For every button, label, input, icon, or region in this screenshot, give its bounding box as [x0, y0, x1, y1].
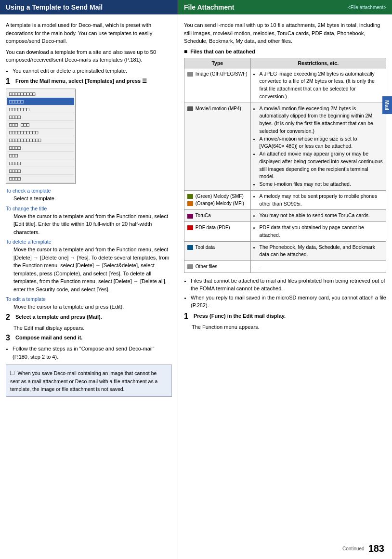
table-header-restrictions: Restrictions, etc. [250, 58, 386, 68]
menu-item-4: □□□ □□□ [7, 121, 74, 129]
movie-icon [187, 106, 193, 111]
restrict-toruca: You may not be able to send some ToruCa … [250, 210, 386, 222]
step-3-row: 3 Compose mail and send it. [6, 334, 172, 342]
menu-item-2: □□□□□□□ [7, 105, 74, 113]
step-1-icon: ☰ [142, 78, 147, 84]
tool-icon [187, 245, 193, 250]
type-pdf: PDF data (PDF) [184, 222, 251, 242]
left-intro-2: You can download a template from a site … [6, 48, 172, 64]
restrict-other: — [250, 261, 386, 273]
step-3-text-bold: Compose mail and send it. [15, 335, 82, 340]
step-3-bullet-1: Follow the same steps as in "Compose and… [13, 345, 172, 361]
check-template-text: Select a template. [13, 195, 172, 203]
change-title-label: To change the title [6, 206, 172, 211]
step-2-text-container: Select a template and press (Mail). [15, 313, 172, 321]
menu-item-5: □□□□□□□□□□ [7, 129, 74, 136]
step-2-text-bold: Select a template and press (Mail). [15, 314, 102, 320]
files-subheader: Files that can be attached [184, 48, 386, 55]
step-3-bullets: Follow the same steps as in "Compose and… [13, 345, 172, 361]
menu-item-9: □□□□ [7, 159, 74, 167]
edit-template-text: Move the cursor to a template and press … [13, 303, 172, 311]
table-row: Other files — [184, 261, 386, 273]
restrict-melody: A melody may not be sent properly to mob… [250, 190, 386, 210]
right-column: File Attachment <File attachment> You ca… [178, 0, 392, 559]
menu-item-0: □□□□□□□□□ [7, 90, 74, 98]
step-1-number: 1 [6, 77, 13, 86]
menu-item-6: □□□□□□□□□□□ [7, 136, 74, 144]
type-toruca: ToruCa [184, 210, 251, 222]
menu-item-3: □□□□ [7, 113, 74, 121]
table-row: (Green) Melody (SMF) (Orange) Melody (MF… [184, 190, 386, 210]
menu-item-8: □□□ [7, 152, 74, 159]
info-box-icon: □ [10, 369, 14, 377]
continued-label: Continued [342, 546, 365, 551]
left-column: Using a Template to Send Mail A template… [0, 0, 178, 559]
left-section-header: Using a Template to Send Mail [0, 0, 178, 14]
menu-item-1: □□□□□ [7, 98, 74, 105]
table-row: ToruCa You may not be able to send some … [184, 210, 386, 222]
table-header-type: Type [184, 58, 251, 68]
type-tool: Tool data [184, 241, 251, 261]
pdf-icon [187, 225, 193, 230]
right-section-header: File Attachment <File attachment> [178, 0, 392, 14]
step-1-text-bold: From the Mail menu, select [Templates] a… [15, 78, 147, 84]
step-3-text-container: Compose mail and send it. [15, 334, 172, 342]
melody-orange-icon [187, 201, 193, 206]
template-menu-image: □□□□□□□□□ □□□□□ □□□□□□□ □□□□ □□□ □□□ □□□… [6, 89, 76, 184]
image-icon [187, 72, 193, 77]
restrict-image: A JPEG image exceeding 2M bytes is autom… [250, 68, 386, 103]
step-1-row: 1 From the Mail menu, select [Templates]… [6, 77, 172, 86]
menu-item-10: □□□□ [7, 167, 74, 175]
page-container: Using a Template to Send Mail A template… [0, 0, 392, 559]
step-2-number: 2 [6, 313, 13, 322]
type-melody: (Green) Melody (SMF) (Orange) Melody (MF… [184, 190, 251, 210]
change-title-text: Move the cursor to a template and from t… [13, 212, 172, 236]
table-row: Movie/i-motion (MP4) A movie/i-motion fi… [184, 103, 386, 190]
right-footer-bullet-2: When you reply to mail saved in the micr… [191, 294, 386, 310]
step-2-row: 2 Select a template and press (Mail). [6, 313, 172, 322]
step-3-number: 3 [6, 334, 13, 342]
right-step-1-text-container: Press (Func) in the Edit mail display. [194, 312, 386, 320]
right-step-1-row: 1 Press (Func) in the Edit mail display. [184, 312, 386, 321]
right-section-sub-tag: <File attachment> [348, 5, 386, 10]
menu-item-11: □□□□ [7, 175, 74, 182]
mail-tab-label: Mail [384, 100, 390, 110]
type-image: Image (GIF/JPEG/SWF) [184, 68, 251, 103]
left-bullets: You cannot edit or delete a preinstalled… [13, 67, 172, 75]
right-content-area: You can send i-mode mail with up to 10 f… [178, 18, 392, 336]
mail-sidebar-tab: Mail [382, 96, 392, 114]
edit-template-label: To edit a template [6, 296, 172, 302]
delete-template-label: To delete a template [6, 239, 172, 245]
info-box: □ When you save Deco-mail containing an … [6, 364, 172, 397]
right-footer-bullet-1: Files that cannot be attached to mail an… [191, 277, 386, 293]
step-2-sub: The Edit mail display appears. [13, 324, 172, 332]
page-number: 183 [368, 543, 384, 554]
page-footer: Continued 183 [342, 543, 384, 554]
attachment-table: Type Restrictions, etc. Image (GIF/JPEG/… [184, 58, 386, 273]
left-content-area: A template is a model used for Deco-mail… [0, 18, 178, 403]
right-step-1-number: 1 [184, 312, 192, 321]
restrict-pdf: PDF data that you obtained by page canno… [250, 222, 386, 242]
delete-template-text: Move the cursor to a template and from t… [13, 246, 172, 293]
restrict-tool: The Phonebook, My data, Schedule, and Bo… [250, 241, 386, 261]
step-1-text: From the Mail menu, select [Templates] a… [15, 77, 172, 85]
toruca-icon [187, 214, 193, 219]
info-box-text: When you save Deco-mail containing an im… [10, 370, 157, 392]
table-row: Image (GIF/JPEG/SWF) A JPEG image exceed… [184, 68, 386, 103]
table-row: PDF data (PDF) PDF data that you obtaine… [184, 222, 386, 242]
right-section-title: File Attachment [184, 3, 235, 11]
table-row: Tool data The Phonebook, My data, Schedu… [184, 241, 386, 261]
right-footer-bullets: Files that cannot be attached to mail an… [191, 277, 386, 310]
restrict-movie: A movie/i-motion file exceeding 2M bytes… [250, 103, 386, 190]
files-subheader-text: Files that can be attached [190, 49, 255, 54]
right-step-1-text: Press (Func) in the Edit mail display. [194, 313, 286, 319]
right-step-1-sub: The Function menu appears. [192, 323, 386, 331]
left-intro-1: A template is a model used for Deco-mail… [6, 21, 172, 45]
menu-item-7: □□□□ [7, 144, 74, 152]
right-intro: You can send i-mode mail with up to 10 f… [184, 21, 386, 45]
left-bullet-1: You cannot edit or delete a preinstalled… [13, 67, 172, 75]
left-section-title: Using a Template to Send Mail [6, 3, 103, 11]
melody-green-icon [187, 194, 193, 199]
type-movie: Movie/i-motion (MP4) [184, 103, 251, 190]
check-template-label: To check a template [6, 188, 172, 194]
